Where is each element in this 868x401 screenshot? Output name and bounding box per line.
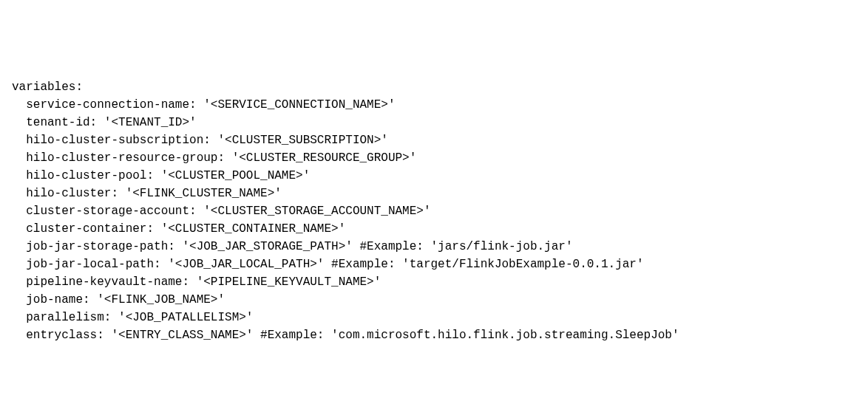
code-line: service-connection-name: '<SERVICE_CONNE… — [12, 96, 856, 114]
code-line: hilo-cluster-pool: '<CLUSTER_POOL_NAME>' — [12, 167, 856, 185]
code-line: hilo-cluster: '<FLINK_CLUSTER_NAME>' — [12, 185, 856, 202]
code-line: job-name: '<FLINK_JOB_NAME>' — [12, 291, 856, 309]
code-line: pipeline-keyvault-name: '<PIPELINE_KEYVA… — [12, 273, 856, 291]
code-line: cluster-storage-account: '<CLUSTER_STORA… — [12, 202, 856, 220]
code-line: parallelism: '<JOB_PATALLELISM>' — [12, 309, 856, 326]
code-line: hilo-cluster-resource-group: '<CLUSTER_R… — [12, 149, 856, 167]
code-block: variables:service-connection-name: '<SER… — [12, 78, 856, 344]
code-line: job-jar-local-path: '<JOB_JAR_LOCAL_PATH… — [12, 256, 856, 273]
code-header: variables: — [12, 78, 856, 96]
code-line: hilo-cluster-subscription: '<CLUSTER_SUB… — [12, 131, 856, 149]
code-line: entryclass: '<ENTRY_CLASS_NAME>' #Exampl… — [12, 326, 856, 344]
code-line: cluster-container: '<CLUSTER_CONTAINER_N… — [12, 220, 856, 238]
code-line: tenant-id: '<TENANT_ID>' — [12, 114, 856, 131]
code-line: job-jar-storage-path: '<JOB_JAR_STORAGE_… — [12, 238, 856, 256]
